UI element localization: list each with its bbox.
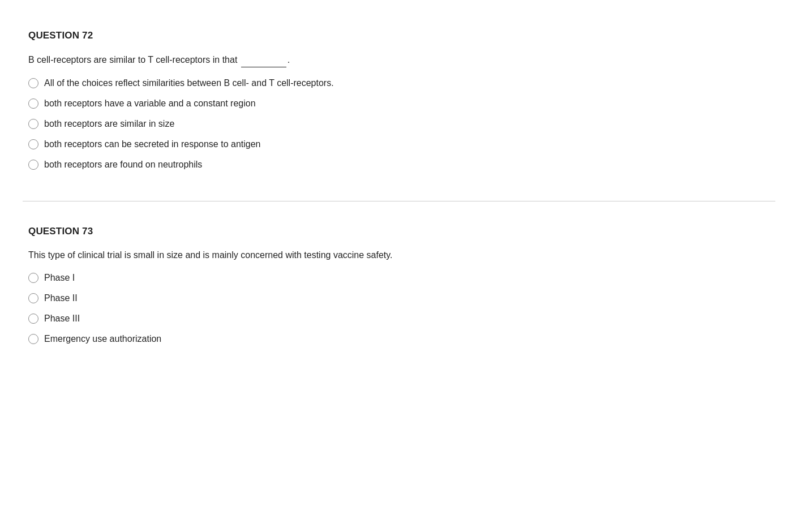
q72-radio-5[interactable] — [28, 160, 38, 170]
q72-radio-1[interactable] — [28, 78, 38, 88]
q73-option-3[interactable]: Phase III — [28, 312, 770, 325]
q73-option-4[interactable]: Emergency use authorization — [28, 332, 770, 346]
q73-option-3-label: Phase III — [44, 312, 80, 325]
q72-radio-3[interactable] — [28, 119, 38, 129]
q72-option-4[interactable]: both receptors can be secreted in respon… — [28, 138, 770, 151]
q73-radio-3[interactable] — [28, 314, 38, 324]
q73-radio-1[interactable] — [28, 273, 38, 283]
q72-option-3[interactable]: both receptors are similar in size — [28, 117, 770, 131]
page-container: QUESTION 72 B cell-receptors are similar… — [0, 0, 798, 532]
q73-option-2[interactable]: Phase II — [28, 291, 770, 305]
question-73-options: Phase I Phase II Phase III Emergency use… — [28, 271, 770, 346]
q73-radio-2[interactable] — [28, 293, 38, 303]
q72-option-5[interactable]: both receptors are found on neutrophils — [28, 158, 770, 171]
question-72-text: B cell-receptors are similar to T cell-r… — [28, 53, 770, 67]
q73-option-1[interactable]: Phase I — [28, 271, 770, 285]
question-73-text: This type of clinical trial is small in … — [28, 248, 770, 262]
question-72-text-after: . — [288, 55, 290, 65]
q72-option-3-label: both receptors are similar in size — [44, 117, 174, 131]
question-divider — [23, 201, 775, 201]
question-72-blank — [241, 53, 286, 67]
q72-option-4-label: both receptors can be secreted in respon… — [44, 138, 260, 151]
q72-option-5-label: both receptors are found on neutrophils — [44, 158, 202, 171]
question-72-options: All of the choices reflect similarities … — [28, 76, 770, 171]
question-72-title: QUESTION 72 — [28, 28, 770, 43]
q72-option-1-label: All of the choices reflect similarities … — [44, 76, 334, 90]
question-73-text-content: This type of clinical trial is small in … — [28, 250, 393, 260]
q72-option-2-label: both receptors have a variable and a con… — [44, 97, 256, 110]
q72-radio-4[interactable] — [28, 139, 38, 149]
q73-option-2-label: Phase II — [44, 291, 78, 305]
question-73-block: QUESTION 73 This type of clinical trial … — [23, 213, 775, 370]
question-72-block: QUESTION 72 B cell-receptors are similar… — [23, 17, 775, 195]
q72-option-1[interactable]: All of the choices reflect similarities … — [28, 76, 770, 90]
question-73-title: QUESTION 73 — [28, 224, 770, 239]
q73-option-1-label: Phase I — [44, 271, 75, 285]
q72-radio-2[interactable] — [28, 98, 38, 109]
q73-option-4-label: Emergency use authorization — [44, 332, 161, 346]
question-72-text-before: B cell-receptors are similar to T cell-r… — [28, 55, 240, 65]
q72-option-2[interactable]: both receptors have a variable and a con… — [28, 97, 770, 110]
q73-radio-4[interactable] — [28, 334, 38, 344]
